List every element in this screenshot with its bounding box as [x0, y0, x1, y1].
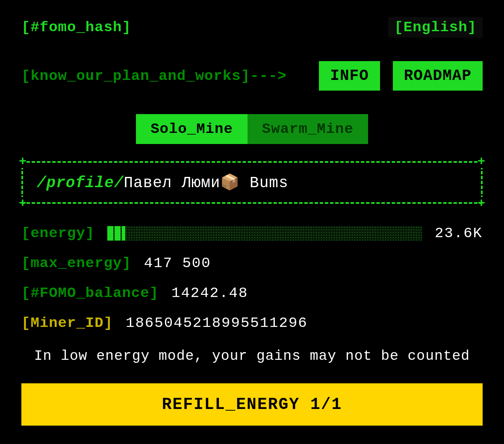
refill-energy-button[interactable]: REFILL_ENERGY 1/1 [21, 383, 483, 426]
energy-progress-bar [107, 226, 422, 241]
low-energy-warning: In low energy mode, your gains may not b… [21, 348, 483, 364]
miner-id-label: [Miner_ID] [21, 315, 113, 331]
box-corner-icon: + [477, 197, 485, 210]
box-corner-icon: + [19, 155, 27, 168]
energy-value: 23.6K [435, 225, 483, 241]
profile-username: Павел Люми📦 Bums [124, 174, 288, 192]
roadmap-button[interactable]: ROADMAP [393, 61, 483, 91]
tab-swarm-mine[interactable]: Swarm_Mine [248, 114, 368, 144]
fomo-balance-value: 14242.48 [171, 285, 248, 301]
max-energy-value: 417 500 [144, 255, 211, 271]
fomo-balance-label: [#FOMO_balance] [21, 285, 159, 301]
profile-box: + + + + /profile/Павел Люми📦 Bums [21, 161, 483, 204]
info-button[interactable]: INFO [319, 61, 380, 91]
profile-path-label: /profile/ [37, 174, 124, 192]
plan-label: [know_our_plan_and_works]---> [21, 68, 287, 84]
app-logo[interactable]: [#fomo_hash] [21, 19, 131, 35]
box-corner-icon: + [477, 155, 485, 168]
tab-solo-mine[interactable]: Solo_Mine [136, 114, 248, 144]
max-energy-label: [max_energy] [21, 255, 131, 271]
energy-label: [energy] [21, 225, 94, 241]
language-selector[interactable]: [English] [388, 17, 483, 38]
box-corner-icon: + [19, 197, 27, 210]
energy-progress-fill [107, 226, 422, 241]
miner-id-value: 1865045218995511296 [126, 315, 308, 331]
